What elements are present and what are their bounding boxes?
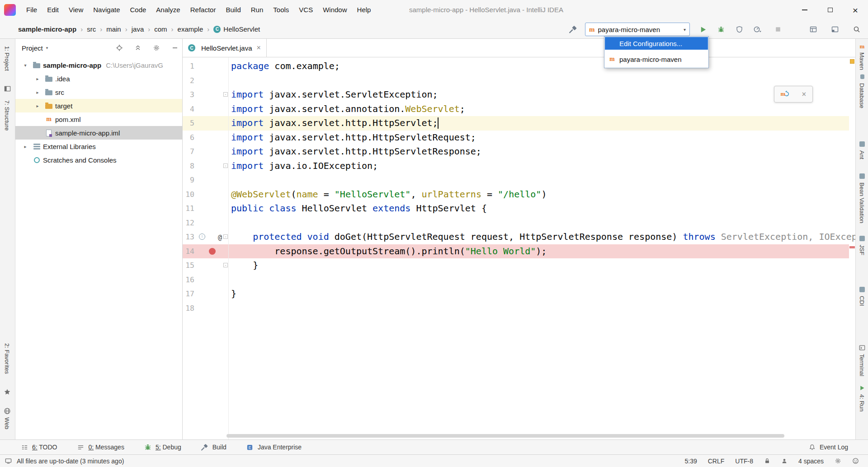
pane-icon[interactable]	[4, 85, 11, 92]
status-crlf[interactable]: CRLF	[708, 458, 725, 465]
stripe-button-bean-validation[interactable]: Bean Validation	[859, 182, 865, 223]
line-number[interactable]: 6	[183, 131, 194, 145]
maven-icon[interactable]: m	[859, 42, 866, 50]
locate-icon[interactable]	[115, 44, 123, 52]
tree-arrow-icon[interactable]: ▾	[19, 63, 31, 68]
stripe-button-ant[interactable]: Ant	[859, 150, 865, 159]
profiler-icon[interactable]	[752, 24, 762, 34]
code-text[interactable]: protected void doGet(HttpServletRequest …	[183, 230, 849, 244]
line-number[interactable]: 15	[183, 258, 194, 273]
breadcrumb-item[interactable]: sample-micro-app	[18, 25, 76, 33]
menu-file[interactable]: File	[21, 0, 42, 20]
line-number[interactable]: 11	[183, 201, 194, 216]
bean-validation-icon[interactable]	[859, 173, 866, 180]
code-text[interactable]: public class HelloServlet extends HttpSe…	[183, 201, 849, 216]
status-5-39[interactable]: 5:39	[684, 458, 697, 465]
menu-view[interactable]: View	[64, 0, 88, 20]
coverage-icon[interactable]	[734, 24, 744, 34]
project-structure-icon[interactable]	[808, 24, 818, 34]
code-line[interactable]: 15- }	[183, 258, 849, 273]
line-number[interactable]: 10	[183, 187, 194, 202]
dropdown-item[interactable]: Edit Configurations...	[605, 37, 708, 50]
breadcrumb-item[interactable]: com	[154, 25, 167, 33]
stripe-button-web[interactable]: Web	[4, 417, 10, 430]
line-number[interactable]: 13	[183, 230, 194, 244]
code-text[interactable]: import javax.servlet.http.HttpServletReq…	[183, 131, 849, 145]
tree-row[interactable]: ▸External Libraries	[15, 140, 182, 153]
menu-run[interactable]: Run	[246, 0, 269, 20]
tree-row[interactable]: ▸src	[15, 85, 182, 99]
tab-helloservlet[interactable]: C HelloServlet.java ×	[183, 39, 267, 57]
breadcrumb-item[interactable]: example	[178, 25, 203, 33]
line-number[interactable]: 18	[183, 301, 194, 316]
code-line[interactable]: 11public class HelloServlet extends Http…	[183, 201, 849, 216]
code-line[interactable]: 6import javax.servlet.http.HttpServletRe…	[183, 131, 849, 145]
code-editor[interactable]: 1package com.example;23-import javax.ser…	[183, 57, 855, 439]
ant-icon[interactable]	[859, 140, 866, 148]
stripe-button-jsf[interactable]: JSF	[859, 245, 865, 255]
line-number[interactable]: 8	[183, 159, 194, 173]
minimize-button[interactable]	[792, 0, 817, 20]
line-number[interactable]: 3	[183, 88, 194, 102]
fold-marker-icon[interactable]: -	[223, 263, 228, 267]
menu-refactor[interactable]: Refactor	[185, 0, 221, 20]
cdi-icon[interactable]	[859, 286, 866, 293]
stripe-button--favorites[interactable]: 2: Favorites	[4, 343, 10, 374]
line-number[interactable]: 17	[183, 287, 194, 301]
menu-analyze[interactable]: Analyze	[151, 0, 185, 20]
stripe-button-cdi[interactable]: CDI	[859, 296, 865, 306]
breakpoint-stripe-marker[interactable]	[849, 246, 855, 248]
code-text[interactable]: response.getOutputStream().println("Hell…	[183, 244, 849, 259]
dismiss-icon[interactable]: ×	[802, 90, 806, 98]
stop-icon[interactable]	[773, 24, 783, 34]
status-utf-8[interactable]: UTF-8	[735, 458, 753, 465]
dropdown-item[interactable]: mpayara-micro-maven	[605, 53, 708, 65]
breadcrumb-item[interactable]: CHelloServlet	[213, 25, 260, 33]
stripe-button-4-run[interactable]: 4: Run	[859, 394, 865, 411]
4-run-icon[interactable]	[859, 384, 866, 392]
debug-icon[interactable]	[716, 24, 726, 34]
code-line[interactable]: 13↑@- protected void doGet(HttpServletRe…	[183, 230, 849, 244]
tree-arrow-icon[interactable]: ▸	[32, 76, 43, 81]
code-text[interactable]: import javax.servlet.http.HttpServlet;	[183, 116, 849, 131]
tree-arrow-icon[interactable]: ▸	[19, 144, 31, 149]
code-line[interactable]: 18	[183, 301, 849, 316]
tree-row[interactable]: Scratches and Consoles	[15, 153, 182, 167]
code-line[interactable]: 12	[183, 216, 849, 230]
chevron-down-icon[interactable]: ▾	[46, 46, 48, 50]
hammer-icon[interactable]	[568, 24, 578, 34]
user-icon[interactable]	[781, 458, 788, 464]
menu-help[interactable]: Help	[352, 0, 376, 20]
code-line[interactable]: 3-import javax.servlet.ServletException;	[183, 88, 849, 102]
line-number[interactable]: 1	[183, 59, 194, 74]
line-number[interactable]: 2	[183, 74, 194, 88]
toolwindow-button-java-enterprise[interactable]: EJava Enterprise	[246, 444, 302, 451]
override-method-icon[interactable]: ↑	[199, 234, 205, 240]
star-icon[interactable]	[4, 388, 11, 396]
code-line[interactable]: 1package com.example;	[183, 59, 849, 74]
stripe-button-terminal[interactable]: Terminal	[859, 354, 865, 376]
code-line[interactable]: 7import javax.servlet.http.HttpServletRe…	[183, 145, 849, 159]
line-number[interactable]: 9	[183, 173, 194, 187]
tree-row[interactable]: ▾sample-micro-appC:\Users\jGauravG	[15, 58, 182, 72]
code-line[interactable]: 2	[183, 74, 849, 88]
code-line[interactable]: 10@WebServlet(name = "HelloServlet", url…	[183, 187, 849, 202]
jsf-icon[interactable]	[859, 235, 866, 242]
code-text[interactable]: }	[183, 287, 849, 301]
breadcrumb-item[interactable]: src	[87, 25, 96, 33]
code-text[interactable]: package com.example;	[183, 59, 849, 74]
collapse-all-icon[interactable]	[134, 44, 142, 52]
stripe-button-maven[interactable]: Maven	[859, 52, 865, 70]
window-layout-icon[interactable]	[830, 24, 840, 34]
settings-icon[interactable]	[152, 44, 160, 52]
tree-row[interactable]: ▸.idea	[15, 72, 182, 85]
menu-vcs[interactable]: VCS	[294, 0, 318, 20]
toolwindow-button-6-todo[interactable]: 6: TODO	[21, 444, 57, 451]
toolwindow-button-build[interactable]: Build	[201, 444, 226, 451]
stripe-button--structure[interactable]: 7: Structure	[4, 100, 10, 131]
globe-icon[interactable]	[4, 407, 11, 415]
line-number[interactable]: 14	[183, 244, 194, 259]
menu-navigate[interactable]: Navigate	[88, 0, 125, 20]
close-button[interactable]: ×	[843, 0, 868, 20]
stripe-button--project[interactable]: 1: Project	[4, 46, 10, 71]
